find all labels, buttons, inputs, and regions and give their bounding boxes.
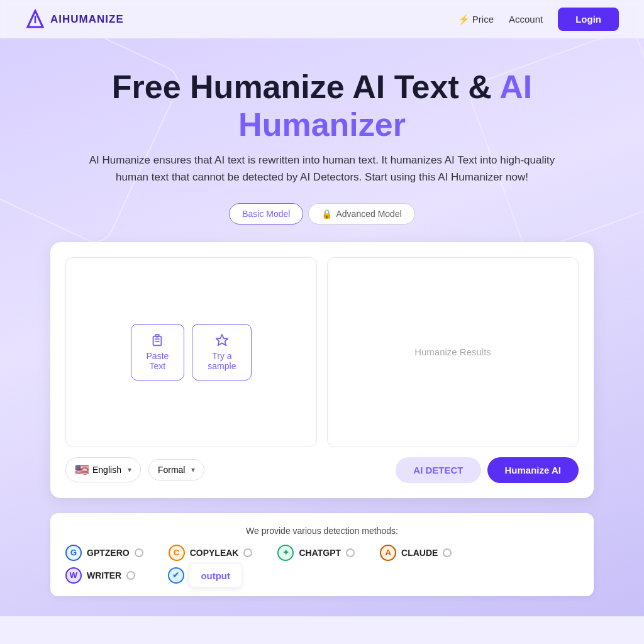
try-sample-button[interactable]: Try asample (192, 324, 252, 380)
advanced-model-tab[interactable]: 🔒 Advanced Model (308, 203, 414, 225)
flag-icon: 🇺🇸 (75, 463, 89, 477)
price-link[interactable]: ⚡ Price (458, 14, 494, 25)
star-icon (215, 333, 229, 347)
list-item: C COPYLEAK (169, 545, 253, 561)
nav-area: ⚡ Price Account Login (458, 8, 619, 31)
language-label: English (92, 465, 121, 475)
panel-inner-input: PasteText Try asample (66, 258, 316, 447)
claude-icon: A (380, 545, 396, 561)
logo-text: AIHUMANIZE (50, 13, 124, 26)
writer-label: WRITER (87, 570, 121, 580)
hero-title-accent1: AI (499, 69, 532, 105)
list-item: ✦ CHATGPT (277, 545, 355, 561)
hero-title-part1: Free Humanize AI Text & (112, 69, 499, 105)
svg-marker-6 (216, 335, 228, 345)
claude-radio[interactable] (443, 548, 452, 557)
model-tabs: Basic Model 🔒 Advanced Model (25, 203, 619, 225)
output-panel: Humanize Results (327, 257, 579, 447)
lock-icon: 🔒 (321, 209, 332, 219)
humanize-button[interactable]: Humanize AI (487, 457, 579, 483)
action-buttons: AI DETECT Humanize AI (396, 457, 579, 483)
login-button[interactable]: Login (558, 8, 619, 31)
hero-subtitle: AI Humanize ensures that AI text is rewr… (83, 152, 561, 186)
input-panel: PasteText Try asample (65, 257, 317, 447)
chevron-down-icon: ▾ (128, 465, 131, 474)
copyleak-radio[interactable] (243, 548, 252, 557)
chatgpt-label: CHATGPT (299, 548, 341, 558)
basic-model-tab[interactable]: Basic Model (229, 203, 303, 225)
hero-title-accent2: Humanizer (238, 106, 406, 143)
paste-icon (150, 333, 164, 347)
language-select[interactable]: 🇺🇸 English ▾ (65, 457, 141, 482)
account-link[interactable]: Account (509, 14, 543, 25)
panel-buttons: PasteText Try asample (131, 324, 252, 380)
hero-title: Free Humanize AI Text & AI Humanizer (25, 69, 619, 144)
panel-inner-output: Humanize Results (328, 258, 578, 447)
tone-select[interactable]: Formal ▾ (148, 459, 205, 480)
copyleak-icon: C (169, 545, 185, 561)
paste-text-button[interactable]: PasteText (131, 324, 185, 380)
text-panels: PasteText Try asample Humanize Results (65, 257, 579, 447)
output-badge: output (189, 563, 242, 587)
sapling-icon: ✔ (168, 567, 184, 584)
list-item: W WRITER (65, 567, 135, 584)
header: AIHUMANIZE ⚡ Price Account Login (0, 0, 644, 38)
writer-radio[interactable] (126, 571, 135, 580)
chatgpt-icon: ✦ (277, 545, 294, 561)
tone-chevron-icon: ▾ (191, 465, 195, 474)
gptzero-label: GPTZERO (87, 548, 130, 558)
main-card: PasteText Try asample Humanize Results (50, 242, 594, 498)
claude-label: CLAUDE (401, 548, 438, 558)
gptzero-radio[interactable] (135, 548, 143, 557)
gptzero-icon: G (65, 545, 82, 561)
detection-methods: G GPTZERO C COPYLEAK ✦ CHATGPT A CLAUDE (65, 545, 579, 584)
list-item: A CLAUDE (380, 545, 452, 561)
detection-section: We provide various detection methods: G … (50, 513, 594, 596)
try-sample-label: Try asample (208, 351, 236, 371)
logo-icon (25, 9, 45, 30)
copyleak-label: COPYLEAK (190, 548, 239, 558)
ai-detect-button[interactable]: AI DETECT (396, 457, 480, 483)
logo-area: AIHUMANIZE (25, 9, 124, 30)
bottom-bar: 🇺🇸 English ▾ Formal ▾ AI DETECT Humanize… (65, 457, 579, 483)
svg-rect-3 (153, 336, 162, 346)
writer-icon: W (65, 567, 82, 584)
paste-text-label: PasteText (147, 351, 169, 371)
list-item: G GPTZERO (65, 545, 143, 561)
chatgpt-radio[interactable] (346, 548, 355, 557)
hero-section: Free Humanize AI Text & AI Humanizer AI … (0, 38, 644, 616)
detection-title: We provide various detection methods: (65, 526, 579, 536)
output-placeholder: Humanize Results (414, 347, 491, 357)
tone-label: Formal (158, 465, 186, 475)
